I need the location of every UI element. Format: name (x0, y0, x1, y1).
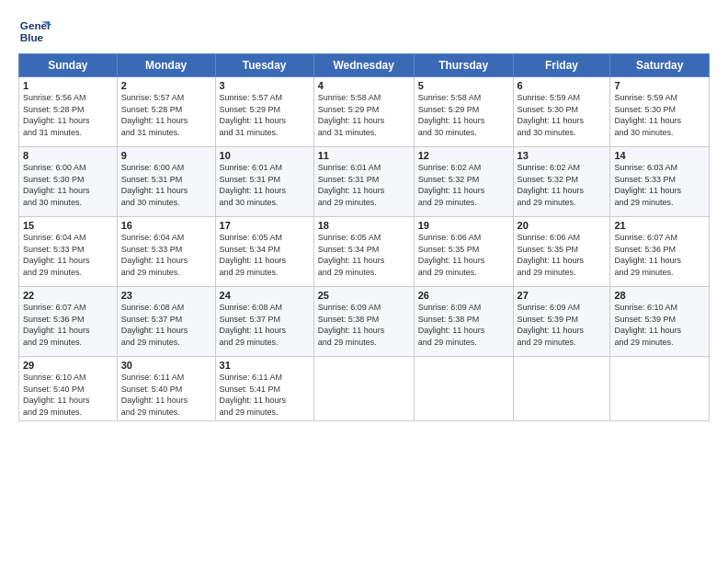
day-detail: Sunrise: 5:58 AM Sunset: 5:29 PM Dayligh… (318, 92, 410, 138)
weekday-header-friday: Friday (513, 54, 610, 77)
weekday-header-row: SundayMondayTuesdayWednesdayThursdayFrid… (19, 54, 710, 77)
page: General Blue SundayMondayTuesdayWednesda… (0, 0, 728, 431)
day-number: 23 (121, 290, 211, 301)
day-number: 7 (614, 80, 705, 91)
day-detail: Sunrise: 6:10 AM Sunset: 5:40 PM Dayligh… (23, 372, 113, 418)
day-number: 3 (220, 80, 310, 91)
day-number: 18 (318, 220, 410, 231)
day-number: 21 (614, 220, 705, 231)
day-number: 22 (23, 290, 113, 301)
day-number: 14 (614, 150, 705, 161)
day-detail: Sunrise: 6:08 AM Sunset: 5:37 PM Dayligh… (220, 302, 310, 348)
day-number: 29 (23, 360, 113, 371)
calendar-cell: 13Sunrise: 6:02 AM Sunset: 5:32 PM Dayli… (513, 147, 610, 217)
day-number: 16 (121, 220, 211, 231)
calendar-cell: 12Sunrise: 6:02 AM Sunset: 5:32 PM Dayli… (414, 147, 513, 217)
day-number: 12 (418, 150, 509, 161)
day-number: 1 (23, 80, 113, 91)
day-detail: Sunrise: 6:03 AM Sunset: 5:33 PM Dayligh… (614, 162, 705, 208)
calendar-cell: 31Sunrise: 6:11 AM Sunset: 5:41 PM Dayli… (215, 357, 313, 421)
day-number: 28 (614, 290, 705, 301)
day-detail: Sunrise: 6:09 AM Sunset: 5:39 PM Dayligh… (518, 302, 607, 348)
calendar-cell: 26Sunrise: 6:09 AM Sunset: 5:38 PM Dayli… (414, 287, 513, 357)
day-detail: Sunrise: 6:10 AM Sunset: 5:39 PM Dayligh… (614, 302, 705, 348)
calendar-cell (313, 357, 414, 421)
calendar-cell: 22Sunrise: 6:07 AM Sunset: 5:36 PM Dayli… (19, 287, 118, 357)
day-number: 19 (418, 220, 509, 231)
day-number: 24 (220, 290, 310, 301)
calendar-cell: 16Sunrise: 6:04 AM Sunset: 5:33 PM Dayli… (117, 217, 215, 287)
svg-text:General: General (20, 19, 51, 31)
calendar-cell: 1Sunrise: 5:56 AM Sunset: 5:28 PM Daylig… (19, 77, 118, 147)
day-number: 9 (121, 150, 211, 161)
day-detail: Sunrise: 6:11 AM Sunset: 5:40 PM Dayligh… (121, 372, 211, 418)
calendar-cell: 17Sunrise: 6:05 AM Sunset: 5:34 PM Dayli… (215, 217, 313, 287)
day-number: 27 (518, 290, 607, 301)
day-detail: Sunrise: 5:59 AM Sunset: 5:30 PM Dayligh… (518, 92, 607, 138)
day-number: 20 (518, 220, 607, 231)
day-detail: Sunrise: 6:00 AM Sunset: 5:30 PM Dayligh… (23, 162, 113, 208)
day-number: 15 (23, 220, 113, 231)
day-detail: Sunrise: 6:09 AM Sunset: 5:38 PM Dayligh… (418, 302, 509, 348)
day-detail: Sunrise: 6:08 AM Sunset: 5:37 PM Dayligh… (121, 302, 211, 348)
day-detail: Sunrise: 5:57 AM Sunset: 5:29 PM Dayligh… (220, 92, 310, 138)
day-detail: Sunrise: 6:11 AM Sunset: 5:41 PM Dayligh… (220, 372, 310, 418)
calendar-cell: 30Sunrise: 6:11 AM Sunset: 5:40 PM Dayli… (117, 357, 215, 421)
day-detail: Sunrise: 5:57 AM Sunset: 5:28 PM Dayligh… (121, 92, 211, 138)
day-detail: Sunrise: 6:07 AM Sunset: 5:36 PM Dayligh… (23, 302, 113, 348)
calendar-cell: 9Sunrise: 6:00 AM Sunset: 5:31 PM Daylig… (117, 147, 215, 217)
day-number: 8 (23, 150, 113, 161)
day-number: 10 (220, 150, 310, 161)
calendar-cell (414, 357, 513, 421)
calendar-cell (610, 357, 710, 421)
weekday-header-wednesday: Wednesday (313, 54, 414, 77)
weekday-header-monday: Monday (117, 54, 215, 77)
day-detail: Sunrise: 6:05 AM Sunset: 5:34 PM Dayligh… (318, 232, 410, 278)
calendar-cell: 27Sunrise: 6:09 AM Sunset: 5:39 PM Dayli… (513, 287, 610, 357)
calendar-cell: 23Sunrise: 6:08 AM Sunset: 5:37 PM Dayli… (117, 287, 215, 357)
calendar-cell: 18Sunrise: 6:05 AM Sunset: 5:34 PM Dayli… (313, 217, 414, 287)
header: General Blue (18, 15, 710, 48)
calendar-cell: 29Sunrise: 6:10 AM Sunset: 5:40 PM Dayli… (19, 357, 118, 421)
calendar-cell: 19Sunrise: 6:06 AM Sunset: 5:35 PM Dayli… (414, 217, 513, 287)
calendar-cell: 14Sunrise: 6:03 AM Sunset: 5:33 PM Dayli… (610, 147, 710, 217)
day-number: 31 (220, 360, 310, 371)
day-number: 30 (121, 360, 211, 371)
day-detail: Sunrise: 6:02 AM Sunset: 5:32 PM Dayligh… (518, 162, 607, 208)
weekday-header-thursday: Thursday (414, 54, 513, 77)
day-number: 6 (518, 80, 607, 91)
calendar-cell: 3Sunrise: 5:57 AM Sunset: 5:29 PM Daylig… (215, 77, 313, 147)
calendar-cell: 2Sunrise: 5:57 AM Sunset: 5:28 PM Daylig… (117, 77, 215, 147)
calendar-cell (513, 357, 610, 421)
day-detail: Sunrise: 6:02 AM Sunset: 5:32 PM Dayligh… (418, 162, 509, 208)
day-number: 4 (318, 80, 410, 91)
calendar-cell: 25Sunrise: 6:09 AM Sunset: 5:38 PM Dayli… (313, 287, 414, 357)
day-detail: Sunrise: 5:59 AM Sunset: 5:30 PM Dayligh… (614, 92, 705, 138)
calendar-cell: 7Sunrise: 5:59 AM Sunset: 5:30 PM Daylig… (610, 77, 710, 147)
calendar-week-row: 22Sunrise: 6:07 AM Sunset: 5:36 PM Dayli… (19, 287, 710, 357)
calendar-cell: 4Sunrise: 5:58 AM Sunset: 5:29 PM Daylig… (313, 77, 414, 147)
weekday-header-saturday: Saturday (610, 54, 710, 77)
day-detail: Sunrise: 6:06 AM Sunset: 5:35 PM Dayligh… (418, 232, 509, 278)
calendar-week-row: 29Sunrise: 6:10 AM Sunset: 5:40 PM Dayli… (19, 357, 710, 421)
day-number: 13 (518, 150, 607, 161)
calendar-cell: 6Sunrise: 5:59 AM Sunset: 5:30 PM Daylig… (513, 77, 610, 147)
svg-text:Blue: Blue (20, 31, 44, 43)
day-number: 5 (418, 80, 509, 91)
weekday-header-sunday: Sunday (19, 54, 118, 77)
calendar-cell: 11Sunrise: 6:01 AM Sunset: 5:31 PM Dayli… (313, 147, 414, 217)
logo-icon: General Blue (18, 15, 51, 48)
calendar-week-row: 1Sunrise: 5:56 AM Sunset: 5:28 PM Daylig… (19, 77, 710, 147)
day-detail: Sunrise: 6:01 AM Sunset: 5:31 PM Dayligh… (220, 162, 310, 208)
calendar-week-row: 15Sunrise: 6:04 AM Sunset: 5:33 PM Dayli… (19, 217, 710, 287)
calendar-cell: 21Sunrise: 6:07 AM Sunset: 5:36 PM Dayli… (610, 217, 710, 287)
day-detail: Sunrise: 6:04 AM Sunset: 5:33 PM Dayligh… (121, 232, 211, 278)
calendar-cell: 10Sunrise: 6:01 AM Sunset: 5:31 PM Dayli… (215, 147, 313, 217)
day-detail: Sunrise: 6:01 AM Sunset: 5:31 PM Dayligh… (318, 162, 410, 208)
day-number: 11 (318, 150, 410, 161)
calendar-cell: 28Sunrise: 6:10 AM Sunset: 5:39 PM Dayli… (610, 287, 710, 357)
day-detail: Sunrise: 6:07 AM Sunset: 5:36 PM Dayligh… (614, 232, 705, 278)
calendar-week-row: 8Sunrise: 6:00 AM Sunset: 5:30 PM Daylig… (19, 147, 710, 217)
day-detail: Sunrise: 6:00 AM Sunset: 5:31 PM Dayligh… (121, 162, 211, 208)
calendar-cell: 20Sunrise: 6:06 AM Sunset: 5:35 PM Dayli… (513, 217, 610, 287)
